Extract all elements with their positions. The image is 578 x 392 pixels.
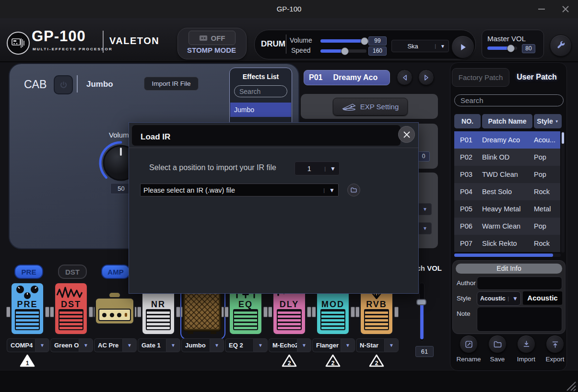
import-ir-file-button[interactable]: Import IR File: [144, 77, 199, 91]
gp100-app-window: GP-100 GP-100 MULTI-EFFECTS PROCESSOR VA…: [0, 0, 578, 392]
stomp-mode-toggle[interactable]: OFF: [189, 31, 236, 45]
chevron-down-icon[interactable]: ▼: [210, 338, 224, 352]
knobs-icon: [12, 285, 43, 299]
resize-grip-icon[interactable]: [565, 381, 577, 392]
settings-button[interactable]: [550, 35, 572, 57]
pedal-comp4[interactable]: PRE: [10, 282, 45, 335]
patch-row-name: TWD Clean: [482, 171, 534, 178]
slot-model-dropdown-4[interactable]: Gate 1▼: [138, 338, 180, 352]
modal-close-button[interactable]: [398, 126, 415, 143]
patch-row-p01[interactable]: P01Dreamy AcoAcou...: [454, 131, 560, 149]
pedal-face-label: NR: [142, 300, 174, 310]
pedal-face-label: PRE: [12, 300, 43, 310]
slot-model-dropdown-2[interactable]: Green OD▼: [50, 338, 93, 352]
slot-model-dropdown-7[interactable]: M-Echo2▼: [269, 338, 311, 352]
drum-divider: [286, 35, 286, 54]
chevron-down-icon[interactable]: ▼: [122, 338, 137, 352]
group-button-amp[interactable]: AMP: [101, 265, 130, 279]
patch-row-p02[interactable]: P02Blink ODPop: [454, 149, 560, 166]
chevron-down-icon[interactable]: ▼: [253, 338, 268, 352]
tab-user-patch[interactable]: User Patch: [510, 68, 564, 86]
drum-volume-slider[interactable]: [320, 39, 366, 43]
pedal-grill: [146, 309, 171, 330]
slot-model-dropdown-3[interactable]: AC Pre▼: [94, 338, 137, 352]
slot-model-name: EQ 2: [225, 338, 253, 352]
save-button[interactable]: Save: [483, 335, 512, 363]
chevron-down-icon[interactable]: ▼: [79, 338, 93, 352]
author-input[interactable]: [477, 277, 562, 290]
column-header-no[interactable]: NO.: [454, 114, 481, 128]
patch-vol-thumb[interactable]: [416, 299, 426, 305]
ir-position-value: 1: [295, 165, 323, 173]
drum-speed-thumb[interactable]: [341, 47, 349, 55]
patch-row-style: Rock: [534, 240, 560, 247]
current-patch-display[interactable]: P01 Dreamy Aco: [304, 70, 390, 85]
patch-row-p04[interactable]: P04Best SoloRock: [454, 183, 560, 200]
amp-control-panel: [98, 309, 131, 321]
note-textarea[interactable]: [477, 307, 562, 332]
vertical-scrollbar-thumb[interactable]: [562, 132, 564, 144]
patch-search-input[interactable]: [454, 94, 564, 106]
patch-row-p07[interactable]: P07Slick RektoRock: [454, 235, 560, 252]
close-button[interactable]: [557, 3, 574, 15]
group-button-pre[interactable]: PRE: [14, 265, 43, 279]
footer-strip: [0, 370, 578, 392]
chevron-down-icon[interactable]: ▼: [35, 338, 49, 352]
style-dropdown[interactable]: Acoustic | ▼: [477, 291, 521, 306]
patch-row-p03[interactable]: P03TWD CleanPop: [454, 166, 560, 183]
chevron-down-icon[interactable]: ▼: [166, 338, 180, 352]
export-button[interactable]: Export: [541, 335, 569, 363]
patch-row-name: Best Solo: [482, 188, 534, 196]
pedal-ac-pre[interactable]: [94, 291, 135, 335]
slot-model-dropdown-5[interactable]: Jumbo▼: [181, 338, 224, 352]
minimize-button[interactable]: [533, 3, 550, 15]
effects-search-input[interactable]: [234, 85, 287, 97]
horizontal-scrollbar-thumb[interactable]: [454, 254, 553, 257]
master-volume-slider[interactable]: [487, 46, 517, 50]
cab-power-toggle[interactable]: [54, 75, 73, 94]
drum-speed-slider[interactable]: [320, 49, 366, 53]
svg-text:2: 2: [288, 360, 291, 367]
chevron-down-icon[interactable]: ▼: [384, 338, 399, 352]
rename-label: Rename: [454, 356, 483, 363]
slot-model-dropdown-8[interactable]: Flanger▼: [312, 338, 355, 352]
drum-speed-label: Speed: [291, 46, 310, 54]
pedal-face-label: DLY: [273, 300, 305, 310]
horizontal-scrollbar[interactable]: [454, 254, 561, 257]
chevron-down-icon[interactable]: ▼: [297, 338, 311, 352]
drum-play-button[interactable]: [451, 35, 474, 58]
rename-button[interactable]: Rename: [454, 335, 483, 363]
pedal-green-od[interactable]: DST: [54, 282, 88, 335]
ir-file-dropdown[interactable]: Please select an IR (.wav) file | ▼: [140, 184, 339, 196]
group-button-dst[interactable]: DST: [58, 265, 87, 279]
drum-style-value: Ska: [392, 43, 434, 50]
patch-row-no: P01: [454, 136, 482, 144]
next-patch-button[interactable]: [418, 69, 434, 85]
vertical-scrollbar[interactable]: [561, 131, 565, 253]
pedal-connector-lug: [263, 307, 268, 317]
effects-list-item-selected[interactable]: Jumbo: [230, 103, 291, 117]
patch-row-p06[interactable]: P06Warm CleanPop: [454, 218, 560, 235]
tab-factory-patch[interactable]: Factory Patch: [452, 68, 509, 87]
chevron-down-icon[interactable]: ▼: [341, 338, 355, 352]
chevron-down-icon[interactable]: ▼: [418, 222, 432, 234]
chevron-down-icon[interactable]: ▼: [418, 203, 432, 215]
dropdown-separator: |: [434, 43, 437, 49]
ir-position-dropdown[interactable]: 1 | ▼: [295, 161, 340, 175]
slot-model-dropdown-1[interactable]: COMP4▼: [7, 338, 49, 352]
exp-setting-button[interactable]: EXP Setting: [333, 98, 408, 115]
drum-style-dropdown[interactable]: Ska | ▼: [391, 40, 449, 52]
slot-model-dropdown-9[interactable]: N-Star▼: [356, 338, 399, 352]
author-label: Author: [457, 279, 476, 287]
slot-model-dropdown-6[interactable]: EQ 2▼: [225, 338, 268, 352]
ir-position-label: Select a position to import your IR file: [149, 163, 276, 172]
import-button[interactable]: Import: [512, 335, 541, 363]
patch-row-p05[interactable]: P05Heavy MetalMetal: [454, 200, 560, 218]
browse-file-button[interactable]: [347, 184, 360, 196]
speaker-cab-icon[interactable]: [182, 289, 222, 332]
previous-patch-button[interactable]: [397, 69, 413, 85]
patch-row-no: P07: [454, 240, 482, 247]
pedal-face-label: RVB: [361, 300, 392, 310]
column-header-patch-name[interactable]: Patch Name: [482, 114, 532, 128]
column-header-style[interactable]: Style ▼: [534, 114, 562, 128]
